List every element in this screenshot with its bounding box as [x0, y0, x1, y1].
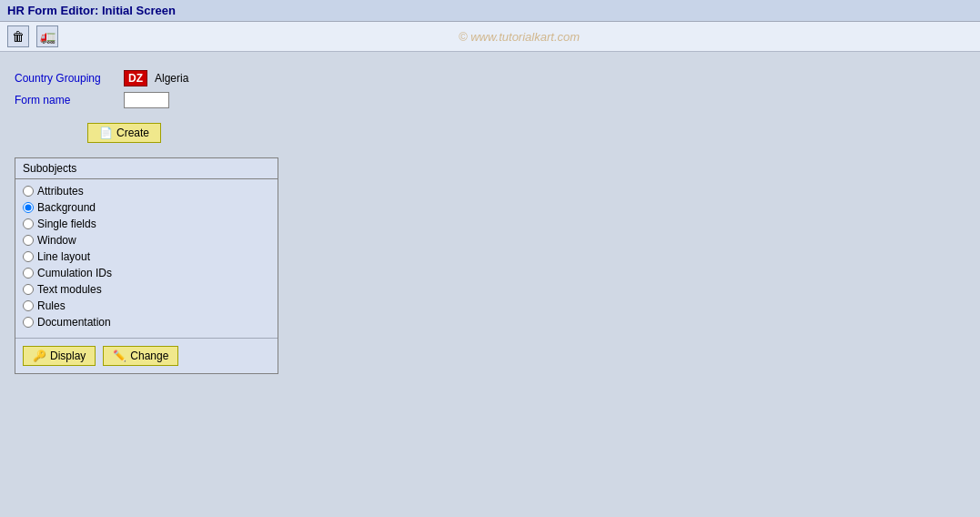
radio-window[interactable]: Window	[23, 234, 270, 247]
display-icon: 🔑	[33, 350, 46, 362]
watermark: © www.tutorialkart.com	[66, 30, 973, 44]
radio-window-input[interactable]	[23, 235, 34, 246]
change-icon: ✏️	[113, 350, 126, 362]
radio-rules[interactable]: Rules	[23, 299, 270, 312]
change-button-label: Change	[130, 350, 168, 362]
radio-attributes-input[interactable]	[23, 186, 34, 197]
title-bar: HR Form Editor: Initial Screen	[0, 0, 980, 22]
radio-text-modules-label: Text modules	[37, 283, 102, 296]
radio-single-fields-label: Single fields	[37, 218, 96, 230]
form-section: Country Grouping DZ Algeria Form name	[15, 70, 965, 108]
country-grouping-value[interactable]: DZ	[124, 70, 147, 86]
create-button-label: Create	[116, 127, 149, 139]
radio-background-input[interactable]	[23, 202, 34, 213]
radio-documentation[interactable]: Documentation	[23, 316, 270, 329]
subobjects-footer: 🔑 Display ✏️ Change	[15, 338, 278, 373]
radio-window-label: Window	[37, 234, 76, 247]
create-button-container: 📄 Create	[87, 123, 965, 143]
radio-documentation-input[interactable]	[23, 317, 34, 328]
radio-attributes[interactable]: Attributes	[23, 185, 270, 198]
form-name-label: Form name	[15, 94, 124, 106]
country-grouping-label: Country Grouping	[15, 72, 124, 85]
radio-cumulation-ids[interactable]: Cumulation IDs	[23, 267, 270, 279]
delete-button[interactable]: 🗑	[7, 25, 29, 47]
radio-documentation-label: Documentation	[37, 316, 111, 329]
toolbar: 🗑 🚛 © www.tutorialkart.com	[0, 22, 980, 52]
display-button-label: Display	[50, 350, 86, 362]
subobjects-panel: Subobjects Attributes Background Single …	[15, 157, 278, 374]
trash-icon: 🗑	[12, 29, 25, 44]
radio-line-layout-label: Line layout	[37, 250, 90, 263]
radio-background[interactable]: Background	[23, 201, 270, 214]
radio-attributes-label: Attributes	[37, 185, 84, 198]
truck-icon: 🚛	[40, 29, 56, 44]
display-button[interactable]: 🔑 Display	[23, 346, 96, 366]
radio-text-modules[interactable]: Text modules	[23, 283, 270, 296]
radio-line-layout-input[interactable]	[23, 251, 34, 262]
form-name-input[interactable]	[124, 92, 169, 108]
radio-rules-label: Rules	[37, 299, 66, 312]
radio-rules-input[interactable]	[23, 300, 34, 311]
country-name: Algeria	[155, 72, 188, 85]
radio-cumulation-ids-input[interactable]	[23, 268, 34, 279]
main-content: Country Grouping DZ Algeria Form name 📄 …	[0, 52, 980, 496]
radio-line-layout[interactable]: Line layout	[23, 250, 270, 263]
create-button[interactable]: 📄 Create	[87, 123, 161, 143]
subobjects-body: Attributes Background Single fields Wind…	[15, 179, 278, 338]
subobjects-title: Subobjects	[15, 158, 278, 179]
change-button[interactable]: ✏️ Change	[103, 346, 178, 366]
radio-single-fields-input[interactable]	[23, 218, 34, 229]
form-name-row: Form name	[15, 92, 965, 108]
radio-single-fields[interactable]: Single fields	[23, 218, 270, 230]
transport-button[interactable]: 🚛	[36, 25, 58, 47]
radio-cumulation-ids-label: Cumulation IDs	[37, 267, 112, 279]
radio-background-label: Background	[37, 201, 96, 214]
create-doc-icon: 📄	[99, 127, 113, 139]
radio-text-modules-input[interactable]	[23, 284, 34, 295]
page-title: HR Form Editor: Initial Screen	[7, 4, 176, 17]
country-grouping-row: Country Grouping DZ Algeria	[15, 70, 965, 86]
